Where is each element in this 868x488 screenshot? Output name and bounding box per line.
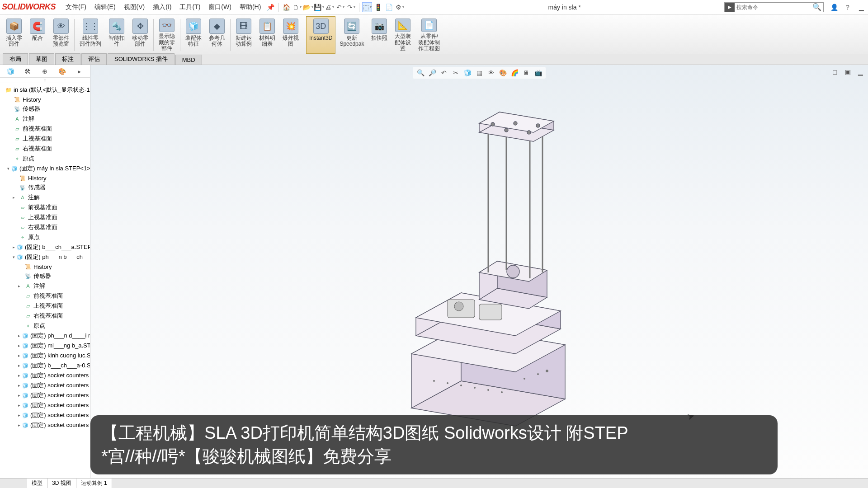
expand-toggle-icon[interactable]: ▸ xyxy=(18,383,20,388)
feature-tree[interactable]: 📁in sla (默认<默认_显示状态-1>📜History📡传感器A注解▱前视… xyxy=(0,83,90,478)
tree-item-27[interactable]: ▸🧊(固定) kinh cuong luc.S xyxy=(0,351,90,361)
menu-help[interactable]: 帮助(H) xyxy=(236,2,264,13)
expand-toggle-icon[interactable]: ▸ xyxy=(18,284,23,288)
ribbon-btn-16[interactable]: 📄从零件/ 装配体制 作工程图 xyxy=(415,16,443,54)
tree-item-23[interactable]: ▱右视基准面 xyxy=(0,311,90,321)
menu-file[interactable]: 文件(F) xyxy=(62,2,90,13)
section-view-icon[interactable]: ✂ xyxy=(451,68,461,78)
cmd-tab-2[interactable]: 标注 xyxy=(55,53,80,65)
tree-item-20[interactable]: ▸A注解 xyxy=(0,281,90,291)
undo-icon[interactable]: ↶ xyxy=(335,2,345,12)
tree-item-32[interactable]: ▸🧊(固定) socket counters xyxy=(0,400,90,410)
feature-tree-tab-icon[interactable]: 🧊 xyxy=(5,66,16,76)
ribbon-btn-14[interactable]: 📷拍快照 xyxy=(368,16,391,54)
help-icon[interactable]: ? xyxy=(843,2,853,12)
search-icon[interactable]: ▶ xyxy=(725,3,735,12)
ribbon-btn-15[interactable]: 📐大型装 配体设 置 xyxy=(392,16,414,54)
view-orientation-icon[interactable]: 🧊 xyxy=(462,68,472,78)
ribbon-btn-4[interactable]: 🔩智能扣 件 xyxy=(105,16,128,54)
tree-item-18[interactable]: 📜History xyxy=(0,262,90,271)
render-tools-icon[interactable]: 📺 xyxy=(533,68,543,78)
ribbon-btn-12[interactable]: 3DInstant3D xyxy=(306,16,335,54)
menu-edit[interactable]: 编辑(E) xyxy=(91,2,119,13)
property-manager-tab-icon[interactable]: 🛠 xyxy=(22,66,33,76)
tree-item-25[interactable]: ▸🧊(固定) ph___n d____i m xyxy=(0,331,90,341)
cmd-tab-4[interactable]: SOLIDWORKS 插件 xyxy=(108,53,175,65)
settings-icon[interactable]: ⚙ xyxy=(395,2,405,12)
edit-appearance-icon[interactable]: 🎨 xyxy=(498,68,508,78)
tree-item-17[interactable]: ▾🧊(固定) ph___n b___ch___a d xyxy=(0,252,90,262)
view-port-single-icon[interactable]: ◻ xyxy=(830,67,840,77)
tree-item-11[interactable]: ▸A注解 xyxy=(0,192,90,202)
ribbon-btn-11[interactable]: 💥爆炸视 图 xyxy=(279,16,302,54)
expand-toggle-icon[interactable]: ▸ xyxy=(18,363,20,368)
ribbon-btn-7[interactable]: 🧊装配体 特征 xyxy=(182,16,205,54)
expand-toggle-icon[interactable]: ▸ xyxy=(18,373,20,378)
expand-toggle-icon[interactable]: ▾ xyxy=(13,255,15,259)
hide-show-icon[interactable]: 👁 xyxy=(486,68,496,78)
tree-item-34[interactable]: ▸🧊(固定) socket counters xyxy=(0,420,90,430)
ribbon-btn-1[interactable]: 🧲配合 xyxy=(26,16,49,54)
tree-item-26[interactable]: ▸🧊(固定) mi___ng b_a.ST xyxy=(0,341,90,351)
tree-item-2[interactable]: 📡传感器 xyxy=(0,104,90,114)
save-icon[interactable]: 💾 xyxy=(314,2,324,12)
expand-toggle-icon[interactable]: ▸ xyxy=(18,413,20,418)
search-command[interactable]: ▶ 🔍 xyxy=(724,2,824,12)
minimize-icon[interactable]: ▁ xyxy=(856,2,866,12)
ribbon-btn-9[interactable]: 🎞新建运 动算例 xyxy=(232,16,255,54)
search-magnifier-icon[interactable]: 🔍 xyxy=(811,3,823,11)
tree-item-19[interactable]: 📡传感器 xyxy=(0,271,90,281)
status-tab-3dview[interactable]: 3D 视图 xyxy=(47,479,76,488)
expand-toggle-icon[interactable]: ▸ xyxy=(18,423,20,427)
options-icon[interactable]: 📄 xyxy=(384,2,394,12)
rebuild-icon[interactable]: 🚦 xyxy=(373,2,383,12)
ribbon-btn-10[interactable]: 📋材料明 细表 xyxy=(256,16,278,54)
zoom-fit-icon[interactable]: 🔍 xyxy=(415,68,425,78)
display-manager-tab-icon[interactable]: 🎨 xyxy=(57,66,68,76)
panel-drag-handle[interactable]: ○ xyxy=(0,78,90,83)
tree-item-22[interactable]: ▱上视基准面 xyxy=(0,301,90,311)
tree-item-30[interactable]: ▸🧊(固定) socket counters xyxy=(0,380,90,390)
tree-item-0[interactable]: 📁in sla (默认<默认_显示状态-1> xyxy=(0,85,90,95)
tree-item-31[interactable]: ▸🧊(固定) socket counters xyxy=(0,390,90,400)
tree-item-7[interactable]: ⌖原点 xyxy=(0,154,90,164)
menu-tools[interactable]: 工具(T) xyxy=(176,2,204,13)
tree-item-5[interactable]: ▱上视基准面 xyxy=(0,134,90,144)
tree-item-4[interactable]: ▱前视基准面 xyxy=(0,124,90,134)
menu-insert[interactable]: 插入(I) xyxy=(149,2,175,13)
expand-toggle-icon[interactable]: ▸ xyxy=(18,403,20,408)
tree-item-1[interactable]: 📜History xyxy=(0,95,90,104)
tree-item-16[interactable]: ▸🧊(固定) b___ch___a.STEP<1> xyxy=(0,242,90,252)
tree-item-6[interactable]: ▱右视基准面 xyxy=(0,144,90,154)
tree-item-15[interactable]: ⌖原点 xyxy=(0,232,90,242)
expand-toggle-icon[interactable]: ▸ xyxy=(13,245,15,249)
pin-icon[interactable]: 📌 xyxy=(265,2,275,12)
view-port-multi-icon[interactable]: ▣ xyxy=(843,67,853,77)
tree-item-33[interactable]: ▸🧊(固定) socket counters xyxy=(0,410,90,420)
redo-icon[interactable]: ↷ xyxy=(346,2,356,12)
cmd-tab-0[interactable]: 布局 xyxy=(3,53,28,65)
tree-item-21[interactable]: ▱前视基准面 xyxy=(0,291,90,301)
select-icon[interactable]: ⬚ xyxy=(362,2,372,12)
tree-item-14[interactable]: ▱右视基准面 xyxy=(0,222,90,232)
tree-item-24[interactable]: ⌖原点 xyxy=(0,321,90,331)
ribbon-btn-2[interactable]: 👁零部件 预览窗 xyxy=(50,16,72,54)
print-icon[interactable]: 🖨 xyxy=(325,2,335,12)
home-icon[interactable]: 🏠 xyxy=(281,2,291,12)
display-style-icon[interactable]: ▦ xyxy=(474,68,484,78)
tree-item-29[interactable]: ▸🧊(固定) socket counters xyxy=(0,371,90,380)
previous-view-icon[interactable]: ↶ xyxy=(439,68,449,78)
ribbon-btn-0[interactable]: 📦插入零 部件 xyxy=(3,16,25,54)
ribbon-btn-8[interactable]: ◆参考几 何体 xyxy=(206,16,228,54)
expand-toggle-icon[interactable]: ▸ xyxy=(18,343,20,348)
apply-scene-icon[interactable]: 🌈 xyxy=(509,68,519,78)
search-input[interactable] xyxy=(735,3,811,12)
tree-item-13[interactable]: ▱上视基准面 xyxy=(0,212,90,222)
new-icon[interactable]: 🗋 xyxy=(292,2,302,12)
user-icon[interactable]: 👤 xyxy=(829,2,839,12)
tree-item-10[interactable]: 📡传感器 xyxy=(0,183,90,192)
expand-toggle-icon[interactable]: ▸ xyxy=(13,195,17,200)
configuration-tab-icon[interactable]: ⊕ xyxy=(39,66,50,76)
tree-item-8[interactable]: ▾🧊(固定) máy in sla.STEP<1> (默 xyxy=(0,164,90,174)
open-icon[interactable]: 📂 xyxy=(303,2,313,12)
